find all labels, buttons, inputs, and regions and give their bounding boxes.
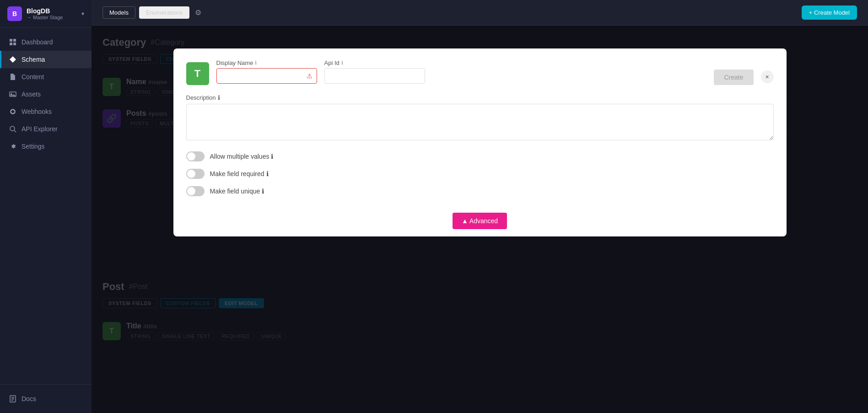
sidebar-item-label: Schema [22,56,45,63]
sidebar-header[interactable]: B BlogDB → Master Stage ▾ [0,0,92,28]
api-icon [9,125,17,133]
modal-input-fields: Display Name ℹ ⚠ Api Id ℹ [216,59,707,84]
modal-overlay: T Display Name ℹ ⚠ [92,26,868,413]
allow-multiple-label: Allow multiple values ℹ [210,153,274,160]
sidebar-item-api-explorer[interactable]: API Explorer [0,120,92,138]
advanced-section: ▲ Advanced [186,205,774,236]
sidebar-item-webhooks[interactable]: Webhooks [0,103,92,120]
field-required-toggle[interactable] [186,169,205,179]
sidebar-app-sub: → Master Stage [27,15,63,20]
display-name-label: Display Name ℹ [216,59,317,66]
docs-icon [9,395,17,403]
content-area: Category #Category SYSTEM FIELDS CUSTOM … [92,26,868,413]
diamond-icon [9,55,17,64]
svg-line-8 [14,130,16,132]
settings-gear-icon [9,142,17,150]
toggle-field-required: Make field required ℹ [186,169,774,179]
main-area: Models Enumerations ⚙ + Create Model Cat… [92,0,868,413]
modal-field-type-icon: T [186,62,209,85]
sidebar-nav: Dashboard Schema Content Assets Webhooks [0,28,92,384]
modal-toggles: Allow multiple values ℹ Make field requi… [186,151,774,205]
sidebar-footer: Docs [0,384,92,413]
toggle-allow-multiple: Allow multiple values ℹ [186,151,774,161]
sidebar-item-assets[interactable]: Assets [0,86,92,103]
sidebar-item-schema[interactable]: Schema [0,51,92,68]
sidebar-app-name: BlogDB [27,7,63,15]
sidebar-item-docs[interactable]: Docs [0,390,92,408]
api-id-info-icon[interactable]: ℹ [341,60,343,66]
settings-icon[interactable]: ⚙ [195,8,201,17]
webhook-icon [9,107,17,116]
modal-close-button[interactable]: × [761,70,774,83]
sidebar-item-label: Content [22,73,44,80]
svg-marker-4 [10,56,16,63]
modal-top-row: T Display Name ℹ ⚠ [186,59,774,85]
description-label: Description ℹ [186,94,774,101]
sidebar-item-dashboard[interactable]: Dashboard [0,33,92,51]
svg-point-7 [10,126,15,131]
create-model-button[interactable]: + Create Model [802,5,857,20]
description-section: Description ℹ [186,94,774,142]
svg-rect-1 [13,39,16,42]
error-icon: ⚠ [307,72,313,80]
description-textarea[interactable] [186,104,774,140]
sidebar-item-label: Webhooks [22,108,52,115]
tab-models[interactable]: Models [102,6,135,19]
field-unique-info-icon[interactable]: ℹ [262,188,264,195]
description-info-icon[interactable]: ℹ [218,94,220,101]
image-icon [9,90,17,98]
sidebar: B BlogDB → Master Stage ▾ Dashboard Sche… [0,0,92,413]
sidebar-app-info: BlogDB → Master Stage [27,7,63,20]
display-name-input[interactable] [216,68,317,84]
allow-multiple-toggle[interactable] [186,151,205,161]
field-required-info-icon[interactable]: ℹ [266,170,269,177]
grid-icon [9,38,17,46]
modal-dialog: T Display Name ℹ ⚠ [173,48,787,236]
sidebar-item-settings[interactable]: Settings [0,138,92,155]
sidebar-item-label: Assets [22,91,41,98]
allow-multiple-info-icon[interactable]: ℹ [271,153,273,160]
file-icon [9,73,17,81]
sidebar-item-content[interactable]: Content [0,68,92,86]
sidebar-item-label: Docs [22,395,36,402]
field-required-label: Make field required ℹ [210,170,269,177]
display-name-info-icon[interactable]: ℹ [255,60,257,66]
advanced-button[interactable]: ▲ Advanced [453,213,507,229]
chevron-down-icon: ▾ [81,11,84,17]
api-id-group: Api Id ℹ [324,59,425,84]
toggle-field-unique: Make field unique ℹ [186,186,774,196]
display-name-group: Display Name ℹ ⚠ [216,59,317,84]
close-icon: × [765,73,769,80]
modal-create-button[interactable]: Create [714,70,753,85]
sidebar-item-label: API Explorer [22,125,58,133]
svg-rect-3 [13,43,16,45]
svg-rect-2 [10,43,12,45]
sidebar-item-label: Settings [22,143,45,150]
tab-enumerations[interactable]: Enumerations [139,6,189,19]
field-unique-label: Make field unique ℹ [210,188,264,195]
api-id-input[interactable] [324,68,425,84]
field-unique-toggle[interactable] [186,186,205,196]
svg-rect-0 [10,39,12,42]
sidebar-item-label: Dashboard [22,38,53,46]
api-id-label: Api Id ℹ [324,59,425,66]
sidebar-logo: B [7,6,22,21]
display-name-input-wrap: ⚠ [216,68,317,84]
topbar: Models Enumerations ⚙ + Create Model [92,0,868,26]
